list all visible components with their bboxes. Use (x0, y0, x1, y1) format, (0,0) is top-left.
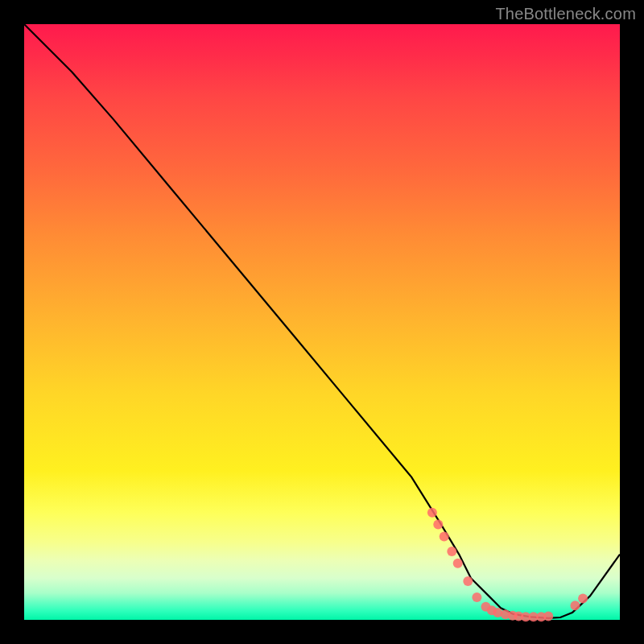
chart-frame: TheBottleneck.com (0, 0, 644, 644)
scatter-dot (463, 576, 473, 586)
scatter-dot (440, 531, 449, 541)
chart-svg (24, 24, 620, 620)
scatter-dot (571, 601, 580, 610)
plot-area (24, 24, 620, 620)
scatter-dot (453, 559, 463, 568)
scatter-dot (447, 547, 456, 556)
watermark-text: TheBottleneck.com (495, 5, 636, 23)
scatter-dot (427, 508, 437, 518)
scatter-dot (433, 520, 443, 530)
scatter-markers (427, 508, 588, 622)
curve-path (24, 24, 620, 618)
scatter-dot (578, 593, 588, 603)
curve-line (24, 24, 620, 618)
scatter-dot (472, 592, 481, 602)
scatter-dot (543, 612, 553, 621)
